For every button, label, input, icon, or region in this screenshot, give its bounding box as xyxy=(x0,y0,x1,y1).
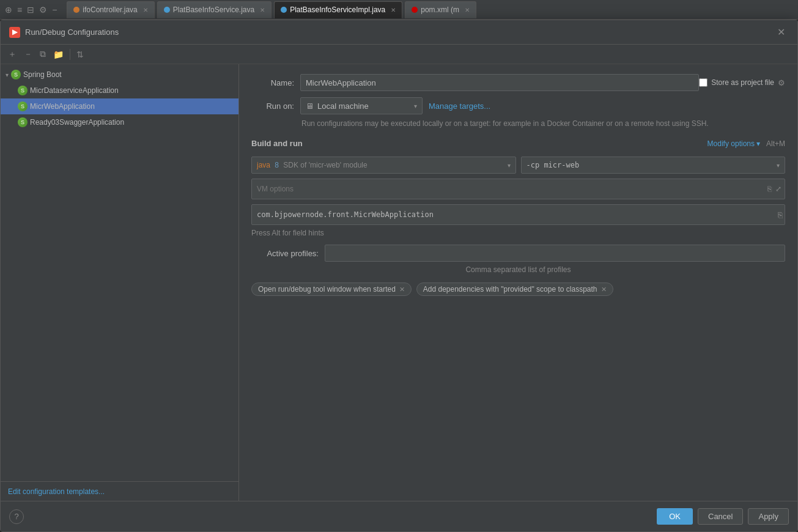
run-debug-dialog: ▶ Run/Debug Configurations ✕ ＋ － ⧉ 📁 ⇅ ▾… xyxy=(0,20,798,532)
split-icon: ⊟ xyxy=(27,5,34,15)
sdk-dropdown[interactable]: java 8 SDK of 'micr-web' module ▾ xyxy=(251,157,516,174)
editor-tabs-bar: ⊕ ≡ ⊟ ⚙ − ifoController.java ✕ PlatBaseI… xyxy=(0,0,798,20)
run-on-dropdown[interactable]: 🖥 Local machine ▾ xyxy=(300,97,423,114)
store-as-project-file-checkbox[interactable] xyxy=(699,78,707,87)
add-config-button[interactable]: ＋ xyxy=(6,48,19,61)
name-input[interactable] xyxy=(300,74,699,91)
modify-options-chevron-icon: ▾ xyxy=(756,139,760,148)
apply-button[interactable]: Apply xyxy=(748,508,789,525)
config-tree: ▾ S Spring Boot S MicrDataserviceApplica… xyxy=(1,64,238,481)
spring-icon-micr-data: S xyxy=(18,86,28,95)
tab-dot-blue xyxy=(281,7,287,13)
modify-options-area: Modify options ▾ Alt+M xyxy=(707,139,785,148)
tab-plat-service[interactable]: PlatBaseInfoService.java ✕ xyxy=(157,1,272,18)
ok-button[interactable]: OK xyxy=(657,508,693,525)
chip-add-dependencies: Add dependencies with "provided" scope t… xyxy=(416,283,613,296)
edit-templates-link[interactable]: Edit configuration templates... xyxy=(8,487,105,496)
copy-config-button[interactable]: ⧉ xyxy=(37,48,48,61)
sdk-module-label: SDK of 'micr-web' module xyxy=(281,161,368,169)
gear-icon: ⚙ xyxy=(39,5,47,15)
vm-options-actions: ⎘ ⤢ xyxy=(766,183,783,194)
tab-close-icon[interactable]: ✕ xyxy=(391,7,396,13)
cp-dropdown[interactable]: -cp micr-web ▾ xyxy=(521,157,786,174)
vm-options-input[interactable] xyxy=(251,179,785,199)
cancel-button[interactable]: Cancel xyxy=(698,508,743,525)
list-icon: ≡ xyxy=(17,5,22,15)
remove-config-button[interactable]: － xyxy=(21,48,35,61)
tree-chevron-icon: ▾ xyxy=(6,72,9,78)
dialog-title-left: ▶ Run/Debug Configurations xyxy=(9,27,119,38)
dialog-footer: ? OK Cancel Apply xyxy=(1,501,797,531)
tab-dot-orange xyxy=(73,7,79,13)
run-on-hint: Run configurations may be executed local… xyxy=(301,118,785,129)
tab-pom-xml[interactable]: pom.xml (m ✕ xyxy=(405,1,476,18)
spring-icon-micr-web: S xyxy=(18,102,28,111)
modify-options-button[interactable]: Modify options ▾ xyxy=(707,139,760,148)
right-panel: Name: Store as project file ⚙ Run on: 🖥 … xyxy=(239,64,797,501)
sort-button[interactable]: ⇅ xyxy=(74,48,86,61)
run-on-label: Run on: xyxy=(251,102,294,111)
tree-item-label: MicrDataserviceApplication xyxy=(30,86,119,95)
vm-options-expand-icon[interactable]: ⤢ xyxy=(774,183,783,194)
sdk-dropdown-arrow-icon: ▾ xyxy=(508,162,511,169)
modify-options-shortcut: Alt+M xyxy=(766,139,785,148)
store-as-project-file-label: Store as project file xyxy=(711,78,774,87)
tab-close-icon[interactable]: ✕ xyxy=(260,7,265,13)
chip-close-open-tool-window[interactable]: ✕ xyxy=(399,286,405,294)
tab-label: pom.xml (m xyxy=(421,6,459,14)
active-profiles-input[interactable] xyxy=(325,245,785,262)
modify-options-label: Modify options xyxy=(707,139,755,148)
toolbar-separator xyxy=(70,49,70,60)
tree-group-spring-boot[interactable]: ▾ S Spring Boot xyxy=(1,67,238,83)
vm-options-row: ⎘ ⤢ xyxy=(251,179,785,199)
tab-dot-red xyxy=(412,7,418,13)
active-profiles-row: Active profiles: xyxy=(251,245,785,262)
tab-label: PlatBaseInfoService.java xyxy=(173,6,254,14)
name-store-row: Name: Store as project file ⚙ xyxy=(251,74,785,91)
folder-button[interactable]: 📁 xyxy=(51,48,66,61)
name-left: Name: xyxy=(251,74,699,91)
minus-icon: − xyxy=(52,5,57,15)
profiles-hint: Comma separated list of profiles xyxy=(251,265,785,274)
tree-item-ready03[interactable]: S Ready03SwaggerApplication xyxy=(1,114,238,130)
chip-close-add-dependencies[interactable]: ✕ xyxy=(601,286,607,294)
sdk-version: 8 xyxy=(273,161,279,169)
vm-options-copy-icon[interactable]: ⎘ xyxy=(766,183,773,194)
editor-toolbar-icons: ⊕ ≡ ⊟ ⚙ − xyxy=(5,5,57,15)
sdk-keyword: java xyxy=(257,161,270,169)
chip-label-open-tool-window: Open run/debug tool window when started xyxy=(258,285,396,294)
tab-info-controller[interactable]: ifoController.java ✕ xyxy=(67,1,154,18)
run-on-row: Run on: 🖥 Local machine ▾ Manage targets… xyxy=(251,97,785,114)
chip-label-add-dependencies: Add dependencies with "provided" scope t… xyxy=(423,285,597,294)
tab-close-icon[interactable]: ✕ xyxy=(465,7,470,13)
press-alt-hint: Press Alt for field hints xyxy=(251,229,785,237)
sdk-cp-row: java 8 SDK of 'micr-web' module ▾ -cp mi… xyxy=(251,157,785,174)
store-project-file-row: Store as project file ⚙ xyxy=(699,78,785,87)
main-class-input[interactable] xyxy=(251,204,785,225)
manage-targets-link[interactable]: Manage targets... xyxy=(429,102,490,111)
dialog-body: ▾ S Spring Boot S MicrDataserviceApplica… xyxy=(1,64,797,501)
spring-boot-icon: S xyxy=(11,70,21,79)
store-gear-icon[interactable]: ⚙ xyxy=(778,78,785,87)
dialog-titlebar: ▶ Run/Debug Configurations ✕ xyxy=(1,20,797,45)
dropdown-arrow-icon: ▾ xyxy=(414,103,417,109)
tab-label: PlatBaseInfoServiceImpl.java xyxy=(290,6,385,14)
name-label: Name: xyxy=(251,78,294,87)
tree-item-micr-data[interactable]: S MicrDataserviceApplication xyxy=(1,83,238,98)
globe-icon: ⊕ xyxy=(5,5,12,15)
tab-dot-blue xyxy=(164,7,170,13)
left-panel: ▾ S Spring Boot S MicrDataserviceApplica… xyxy=(1,64,239,501)
left-panel-footer: Edit configuration templates... xyxy=(1,481,238,501)
tree-item-label: MicrWebApplication xyxy=(30,102,95,111)
chip-open-tool-window: Open run/debug tool window when started … xyxy=(251,283,412,296)
dialog-title-text: Run/Debug Configurations xyxy=(25,28,119,37)
dialog-title-icon: ▶ xyxy=(9,27,20,38)
tab-plat-impl[interactable]: PlatBaseInfoServiceImpl.java ✕ xyxy=(274,1,402,18)
tree-group-label: Spring Boot xyxy=(23,70,62,79)
tree-item-micr-web[interactable]: S MicrWebApplication xyxy=(1,98,238,114)
cp-dropdown-arrow-icon: ▾ xyxy=(777,162,780,169)
main-class-copy-icon[interactable]: ⎘ xyxy=(778,210,783,220)
tab-close-icon[interactable]: ✕ xyxy=(143,7,148,13)
help-button[interactable]: ? xyxy=(9,509,24,524)
dialog-close-button[interactable]: ✕ xyxy=(774,25,789,39)
